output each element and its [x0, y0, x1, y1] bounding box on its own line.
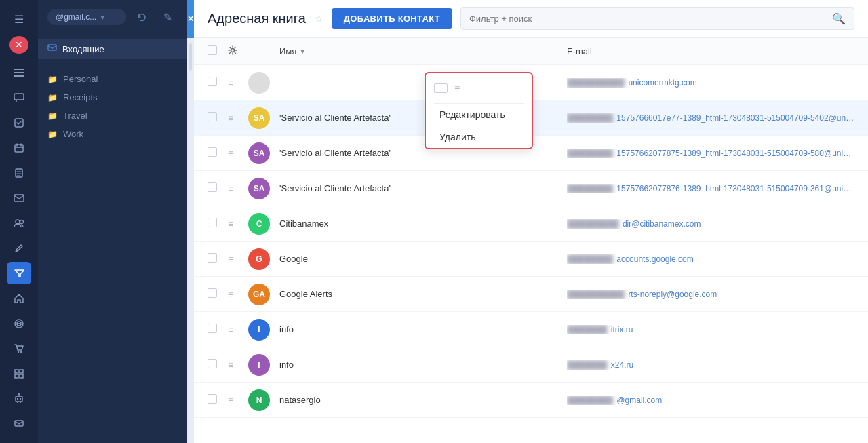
home-icon[interactable] — [7, 287, 31, 309]
folder-section: Входящие 📁 Personal 📁 Receipts 📁 Travel … — [38, 34, 187, 149]
row-drag-6[interactable]: ≡ — [228, 254, 248, 265]
svg-point-22 — [18, 393, 20, 395]
folder-work[interactable]: 📁 Work — [38, 125, 187, 143]
address-book-header: Адресная книга ☆ ДОБАВИТЬ КОНТАКТ 🔍 — [194, 0, 868, 38]
context-checkbox[interactable] — [434, 83, 448, 93]
svg-rect-19 — [16, 396, 22, 402]
row-checkbox-2[interactable] — [208, 112, 228, 124]
row-drag-4[interactable]: ≡ — [228, 183, 248, 194]
pen-icon[interactable] — [7, 237, 31, 259]
people-icon[interactable] — [7, 212, 31, 234]
close-tab-x[interactable]: ✕ — [187, 0, 194, 38]
search-input[interactable] — [469, 14, 827, 24]
refresh-button[interactable] — [132, 7, 152, 27]
drag-handle[interactable] — [189, 43, 192, 71]
row-drag-7[interactable]: ≡ — [228, 289, 248, 300]
task-icon[interactable] — [7, 112, 31, 134]
row-checkbox-10[interactable] — [208, 394, 228, 406]
favorite-star-icon[interactable]: ☆ — [314, 12, 323, 25]
svg-point-12 — [18, 323, 20, 324]
robot-icon[interactable] — [7, 387, 31, 410]
email-column-header: E-mail — [567, 46, 854, 56]
inbox-folder-item[interactable]: Входящие — [38, 39, 187, 59]
folder-personal[interactable]: 📁 Personal — [38, 70, 187, 88]
row-name-8: info — [279, 324, 567, 334]
sort-arrow-icon[interactable]: ▼ — [299, 47, 306, 55]
email-blurred-10: ████████ — [567, 396, 613, 405]
row-avatar-6: G — [248, 248, 273, 270]
grid-icon[interactable] — [7, 362, 31, 385]
sidebar-icons-panel: ☰ ✕ — [0, 0, 38, 443]
chat-icon[interactable] — [7, 87, 31, 109]
row-checkbox-9[interactable] — [208, 359, 228, 371]
mail-icon[interactable] — [7, 187, 31, 209]
row-checkbox-7[interactable] — [208, 288, 228, 301]
row-checkbox-5[interactable] — [208, 218, 228, 230]
settings-col-icon[interactable] — [228, 45, 248, 58]
svg-point-14 — [20, 351, 22, 352]
row-checkbox-1[interactable] — [208, 77, 228, 89]
row-checkbox-8[interactable] — [208, 324, 228, 336]
row-checkbox-6[interactable] — [208, 253, 228, 265]
inbox-icon — [47, 44, 57, 54]
close-tab-button[interactable]: ✕ — [9, 36, 28, 54]
folder-icon: 📁 — [47, 111, 58, 121]
select-all-checkbox[interactable] — [208, 45, 228, 58]
envelope-small-icon[interactable] — [7, 412, 31, 435]
row-checkbox-3[interactable] — [208, 147, 228, 159]
filter-lines-icon[interactable] — [7, 262, 31, 284]
folder-receipts-label: Receipts — [63, 92, 98, 102]
row-avatar-7: GA — [248, 284, 273, 305]
svg-rect-17 — [15, 374, 18, 378]
filter-search-bar[interactable]: 🔍 — [460, 7, 854, 30]
email-domain-4: 15757662077876-1389_html-173048031-51500… — [616, 184, 854, 193]
folder-icon: 📁 — [47, 75, 58, 84]
row-checkbox-4[interactable] — [208, 182, 228, 195]
row-email-1: ██████████ unicomermktg.com — [567, 78, 854, 88]
email-domain-8: itrix.ru — [611, 325, 633, 334]
mail-sidebar: @gmail.c... ▼ ✎ Входящие 📁 Personal 📁 Re… — [38, 0, 187, 443]
row-drag-9[interactable]: ≡ — [228, 360, 248, 370]
row-avatar-8: I — [248, 319, 273, 341]
delete-contact-menu-item[interactable]: Удалить — [426, 126, 532, 148]
target-icon[interactable] — [7, 312, 31, 334]
row-avatar-3: SA — [248, 142, 273, 164]
edit-contact-menu-item[interactable]: Редактировать — [426, 104, 532, 126]
row-email-5: █████████ dir@citibanamex.com — [567, 219, 854, 229]
folder-travel[interactable]: 📁 Travel — [38, 107, 187, 125]
inbox-label: Входящие — [62, 44, 104, 54]
folder-icon: 📁 — [47, 93, 58, 102]
panel-divider-lower — [187, 38, 194, 443]
cart-icon[interactable] — [7, 337, 31, 360]
folder-icon: 📁 — [47, 130, 58, 139]
svg-rect-18 — [20, 374, 23, 378]
menu-icon[interactable]: ☰ — [7, 8, 31, 31]
add-contact-button[interactable]: ДОБАВИТЬ КОНТАКТ — [332, 8, 452, 29]
table-row: ≡ C Citibanamex █████████ dir@citibaname… — [194, 206, 868, 242]
name-column-header[interactable]: Имя ▼ — [248, 46, 567, 56]
svg-rect-2 — [14, 75, 24, 77]
row-drag-3[interactable]: ≡ — [228, 148, 248, 159]
email-domain-6: accounts.google.com — [616, 254, 693, 264]
notes-icon[interactable] — [7, 161, 31, 184]
svg-point-13 — [18, 351, 19, 352]
row-drag-10[interactable]: ≡ — [228, 395, 248, 406]
search-icon[interactable]: 🔍 — [832, 12, 846, 25]
row-drag-1[interactable]: ≡ — [228, 77, 248, 88]
svg-rect-20 — [17, 398, 18, 400]
row-name-6: Google — [279, 254, 567, 264]
checkbox-all[interactable] — [208, 45, 217, 55]
compose-mini-button[interactable]: ✎ — [157, 7, 178, 27]
folder-receipts[interactable]: 📁 Receipts — [38, 88, 187, 107]
row-drag-2[interactable]: ≡ — [228, 113, 248, 123]
row-name-4: 'Servicio al Cliente Artefacta' — [279, 183, 567, 193]
row-name-3: 'Servicio al Cliente Artefacta' — [279, 148, 567, 158]
name-col-label: Имя — [279, 46, 296, 56]
account-selector[interactable]: @gmail.c... ▼ — [47, 9, 126, 25]
inbox-icon[interactable] — [7, 62, 31, 84]
row-drag-5[interactable]: ≡ — [228, 218, 248, 229]
table-row: ≡ SA 'Servicio al Cliente Artefacta' ███… — [194, 171, 868, 206]
row-drag-8[interactable]: ≡ — [228, 324, 248, 335]
context-menu: ≡ Редактировать Удалить — [425, 72, 533, 149]
calendar-icon[interactable] — [7, 136, 31, 159]
